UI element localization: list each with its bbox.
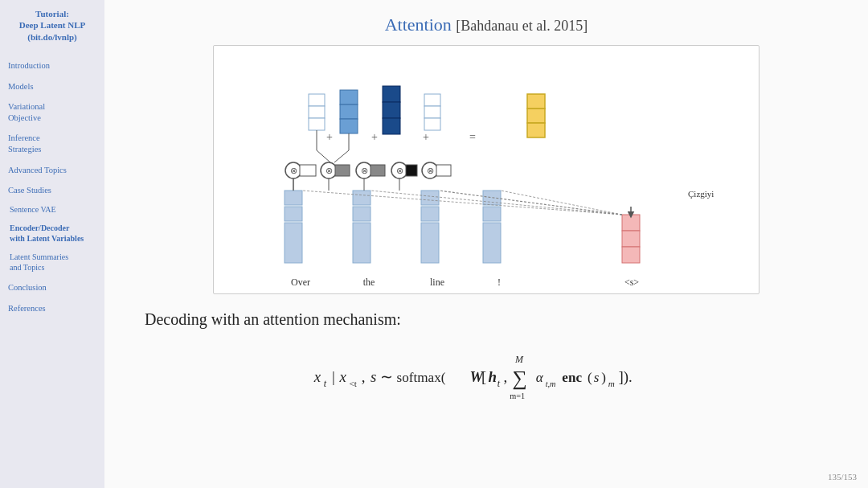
svg-rect-45 — [309, 94, 325, 106]
svg-rect-50 — [340, 119, 358, 133]
svg-text:softmax(: softmax( — [397, 370, 446, 385]
svg-text:<s>: <s> — [624, 277, 639, 288]
svg-rect-51 — [383, 86, 400, 102]
svg-text:s: s — [594, 370, 600, 385]
svg-rect-17 — [622, 215, 640, 231]
svg-text:∑: ∑ — [513, 367, 527, 390]
svg-text:M: M — [514, 354, 524, 365]
svg-text:m=1: m=1 — [510, 392, 525, 400]
decoding-text: Decoding with an attention mechanism: — [145, 310, 844, 329]
svg-text:⊗: ⊗ — [427, 166, 434, 175]
svg-rect-31 — [335, 165, 350, 176]
sidebar-item-sentence-vae[interactable]: Sentence VAE — [6, 201, 98, 218]
sidebar-item-variational[interactable]: VariationalObjective — [6, 98, 98, 126]
svg-rect-46 — [309, 106, 325, 118]
svg-rect-59 — [527, 123, 545, 137]
svg-rect-47 — [309, 118, 325, 130]
svg-text:,: , — [503, 368, 507, 385]
main-content: Attention [Bahdanau et al. 2015] Over th… — [104, 0, 868, 488]
svg-text:[: [ — [481, 368, 486, 385]
svg-rect-6 — [285, 207, 302, 221]
sidebar-item-models[interactable]: Models — [6, 78, 98, 96]
sidebar-item-references[interactable]: References — [6, 300, 98, 318]
svg-line-21 — [302, 191, 622, 215]
svg-rect-58 — [527, 109, 545, 123]
svg-text:α: α — [536, 370, 544, 385]
svg-text:t: t — [324, 378, 327, 389]
attention-diagram: Over the line ! <s> — [213, 45, 760, 294]
svg-text:enc: enc — [562, 370, 582, 385]
sidebar: Tutorial: Deep Latent NLP (bit.do/lvnlp)… — [0, 0, 104, 488]
svg-text:h: h — [489, 368, 497, 385]
svg-rect-14 — [483, 223, 501, 263]
svg-rect-5 — [285, 223, 302, 263]
svg-text:∼: ∼ — [380, 368, 393, 385]
svg-line-24 — [501, 191, 622, 215]
svg-text:Çizgiyi: Çizgiyi — [688, 189, 714, 199]
svg-rect-12 — [421, 207, 439, 221]
sidebar-item-inference[interactable]: InferenceStrategies — [6, 129, 98, 158]
svg-text:=: = — [469, 131, 476, 143]
svg-line-23 — [439, 191, 622, 215]
svg-rect-28 — [300, 165, 316, 176]
sidebar-item-introduction[interactable]: Introduction — [6, 57, 98, 75]
svg-rect-53 — [383, 118, 400, 134]
svg-rect-54 — [424, 94, 440, 106]
svg-rect-56 — [424, 118, 440, 130]
svg-text:⊗: ⊗ — [326, 166, 333, 175]
svg-text:Over: Over — [291, 277, 310, 288]
svg-rect-9 — [353, 207, 371, 221]
svg-text:line: line — [430, 277, 444, 288]
svg-rect-40 — [436, 165, 451, 176]
svg-text:x: x — [313, 368, 321, 385]
svg-rect-55 — [424, 106, 440, 118]
slide-number: 135/153 — [828, 472, 857, 482]
svg-text:t: t — [497, 378, 501, 389]
svg-line-63 — [334, 150, 349, 162]
svg-rect-10 — [353, 191, 371, 205]
svg-rect-15 — [483, 207, 501, 221]
svg-text:<t: <t — [349, 379, 357, 388]
svg-text:⊗: ⊗ — [290, 166, 297, 175]
svg-rect-16 — [483, 191, 501, 205]
svg-rect-11 — [421, 223, 439, 263]
svg-text:the: the — [363, 277, 375, 288]
svg-rect-49 — [340, 105, 358, 119]
svg-rect-7 — [285, 191, 302, 205]
svg-rect-34 — [371, 165, 385, 176]
svg-line-61 — [317, 150, 330, 162]
svg-rect-57 — [527, 94, 545, 109]
svg-text:+: + — [423, 131, 429, 143]
sidebar-item-advanced[interactable]: Advanced Topics — [6, 162, 98, 179]
svg-rect-19 — [622, 247, 640, 263]
slide-title: Attention [Bahdanau et al. 2015] — [129, 14, 844, 35]
svg-text:|: | — [332, 368, 335, 385]
svg-rect-13 — [421, 191, 439, 205]
sidebar-item-encoder-decoder[interactable]: Encoder/Decoderwith Latent Variables — [6, 219, 98, 247]
svg-text:(: ( — [588, 370, 592, 385]
svg-text:]).: ]). — [619, 368, 633, 386]
svg-rect-8 — [353, 223, 371, 263]
svg-text:⊗: ⊗ — [396, 166, 403, 175]
svg-rect-37 — [406, 165, 417, 176]
svg-rect-48 — [340, 90, 358, 105]
svg-text:): ) — [601, 370, 606, 385]
sidebar-title: Tutorial: Deep Latent NLP (bit.do/lvnlp) — [6, 8, 98, 43]
svg-text:+: + — [326, 131, 333, 143]
svg-text:t,m: t,m — [546, 379, 556, 388]
svg-text:+: + — [371, 131, 378, 143]
svg-rect-18 — [622, 231, 640, 247]
svg-rect-52 — [383, 102, 400, 118]
svg-text:,: , — [362, 368, 366, 385]
sidebar-item-latent-summaries[interactable]: Latent Summariesand Topics — [6, 248, 98, 276]
svg-text:s: s — [371, 368, 376, 385]
svg-text:x: x — [338, 368, 346, 385]
formula-area: .formula-text { font-family: 'Computer M… — [129, 338, 844, 411]
sidebar-item-conclusion[interactable]: Conclusion — [6, 279, 98, 297]
svg-text:m: m — [608, 379, 615, 388]
svg-text:!: ! — [497, 277, 501, 288]
svg-text:⊗: ⊗ — [361, 166, 368, 175]
sidebar-item-case[interactable]: Case Studies — [6, 182, 98, 199]
